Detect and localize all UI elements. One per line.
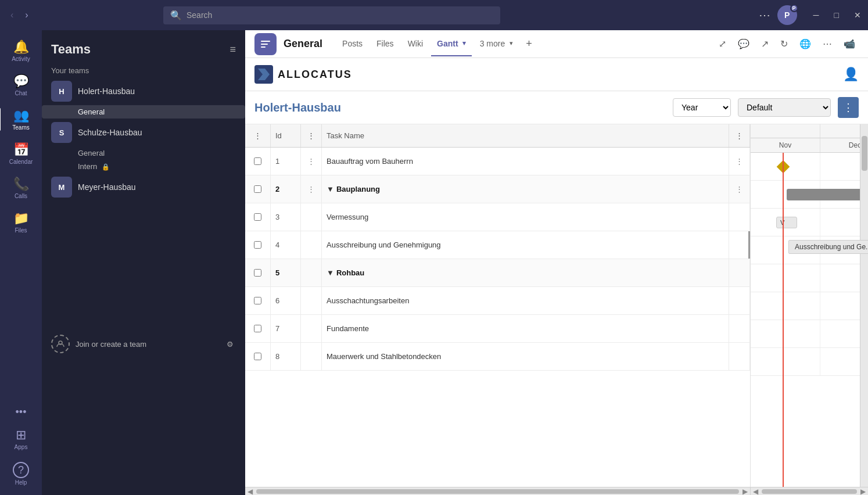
row3-id: 3 xyxy=(271,203,301,231)
user-avatar[interactable]: P P xyxy=(777,5,797,25)
tab-gantt[interactable]: Gantt ▾ xyxy=(431,32,472,56)
gantt-row-1: 1 ⋮ Bauauftrag vom Bauherrn ⋮ xyxy=(245,148,750,175)
sidebar-item-teams[interactable]: 👥 Teams xyxy=(2,103,40,135)
search-bar[interactable]: 🔍 xyxy=(163,6,500,24)
forward-button[interactable]: › xyxy=(21,8,31,23)
team-item-meyer[interactable]: M Meyer-Hausbau ••• xyxy=(42,173,245,201)
default-select[interactable]: Default xyxy=(738,98,831,117)
minimize-button[interactable]: ─ xyxy=(806,7,826,23)
join-team-label: Join or create a team xyxy=(76,340,146,349)
row1-dots2[interactable]: ⋮ xyxy=(729,148,750,175)
teams-panel-title: Teams xyxy=(51,42,91,57)
right-scroll-thumb[interactable] xyxy=(762,489,857,494)
channel-schulze-intern[interactable]: Intern 🔒 xyxy=(42,160,245,173)
timeline-row-1 xyxy=(751,153,868,181)
col-dots: ⋮ xyxy=(301,124,322,147)
row8-check[interactable] xyxy=(245,343,271,370)
col-task: Task Name xyxy=(322,124,729,147)
tooltip-ausschreibung: Ausschreibung und Ge... xyxy=(788,240,868,254)
row4-check[interactable] xyxy=(245,231,271,259)
chat-action-icon[interactable]: 💬 xyxy=(734,35,753,53)
row2-check[interactable] xyxy=(245,175,271,203)
vertical-scrollbar[interactable] xyxy=(860,124,868,487)
sidebar-more-button[interactable]: ••• xyxy=(11,401,31,423)
add-tab-button[interactable]: + xyxy=(521,34,537,53)
channel-schulze-general[interactable]: General xyxy=(42,146,245,160)
tab-wiki[interactable]: Wiki xyxy=(402,32,429,56)
row6-check[interactable] xyxy=(245,287,271,314)
sidebar-item-calls[interactable]: 📞 Calls xyxy=(2,172,40,204)
right-hscroll[interactable]: ◀ ▶ xyxy=(751,487,868,495)
settings-button[interactable]: ⚙ xyxy=(224,338,236,351)
web-icon[interactable]: 🌐 xyxy=(796,35,815,53)
calls-icon: 📞 xyxy=(13,177,29,192)
col-check: ⋮ xyxy=(245,124,271,147)
scroll-right-arrow-r[interactable]: ▶ xyxy=(860,487,866,496)
gantt-menu-button[interactable]: ⋮ xyxy=(838,97,859,118)
lock-icon: 🔒 xyxy=(102,163,110,170)
sidebar-item-files[interactable]: 📁 Files xyxy=(2,206,40,238)
team-name-holert: Holert-Hausbau xyxy=(78,87,219,96)
gantt-row-6: 6 Ausschachtungsarbeiten xyxy=(245,287,750,315)
tab-posts[interactable]: Posts xyxy=(336,32,368,56)
sidebar-calls-label: Calls xyxy=(15,193,27,199)
group-arrow-2[interactable]: ▼ xyxy=(327,185,334,193)
row3-dots[interactable] xyxy=(301,203,322,231)
gantt-row-5: 5 ▼ Rohbau xyxy=(245,259,750,287)
sidebar-item-calendar[interactable]: 📅 Calendar xyxy=(2,138,40,170)
row1-dots[interactable]: ⋮ xyxy=(301,148,322,175)
join-team-button[interactable]: Join or create a team ⚙ xyxy=(42,329,245,359)
video-icon[interactable]: 📹 xyxy=(840,35,859,53)
popout-icon[interactable]: ↗ xyxy=(758,35,772,53)
row2-dots2[interactable]: ⋮ xyxy=(729,175,750,203)
scroll-right-arrow[interactable]: ▶ xyxy=(743,487,748,496)
row5-check[interactable] xyxy=(245,259,271,286)
row7-check[interactable] xyxy=(245,315,271,342)
refresh-icon[interactable]: ↻ xyxy=(777,35,791,53)
channel-holert-general[interactable]: General xyxy=(42,105,245,119)
search-input[interactable] xyxy=(186,10,493,20)
close-button[interactable]: ✕ xyxy=(847,7,868,23)
channel-name: General xyxy=(284,38,322,50)
more-options-button[interactable]: ⋯ xyxy=(759,8,770,22)
row6-dots2 xyxy=(729,287,750,314)
teams-menu-icon[interactable]: ≡ xyxy=(229,44,236,56)
team-item-schulze[interactable]: S Schulze-Hausbau ••• xyxy=(42,119,245,146)
sidebar-apps-label: Apps xyxy=(15,444,28,450)
timeline-row-5 xyxy=(751,264,868,292)
row2-dots[interactable]: ⋮ xyxy=(301,175,322,203)
row5-id: 5 xyxy=(271,259,301,286)
row3-check[interactable] xyxy=(245,203,271,231)
sidebar-item-help[interactable]: ? Help xyxy=(2,457,40,490)
three-dots-header-left[interactable]: ⋮ xyxy=(254,131,261,140)
team-item-holert[interactable]: H Holert-Hausbau ••• xyxy=(42,77,245,105)
user-profile-icon[interactable]: 👤 xyxy=(843,67,859,82)
bar-vermessung[interactable]: V xyxy=(776,217,797,228)
tab-files[interactable]: Files xyxy=(371,32,400,56)
gantt-row-8: 8 Mauerwerk und Stahlbetondecken xyxy=(245,343,750,371)
row5-dots xyxy=(301,259,322,286)
sidebar-item-activity[interactable]: 🔔 Activity xyxy=(2,35,40,67)
more-actions-icon[interactable]: ⋯ xyxy=(819,35,835,53)
back-button[interactable]: ‹ xyxy=(7,8,17,23)
sidebar-item-chat[interactable]: 💬 Chat xyxy=(2,69,40,101)
expand-icon[interactable]: ⤢ xyxy=(715,35,730,53)
group-arrow-5[interactable]: ▼ xyxy=(327,268,334,277)
row1-check[interactable] xyxy=(245,148,271,175)
v-scroll-thumb[interactable] xyxy=(862,136,867,171)
gantt-task-list: ⋮ Id ⋮ Task Name ⋮ 1 ⋮ Bauauftrag vom Ba… xyxy=(245,124,751,487)
sidebar-item-apps[interactable]: ⊞ Apps xyxy=(2,423,40,455)
left-hscroll[interactable]: ◀ ▶ xyxy=(245,487,751,495)
scroll-left-arrow-r[interactable]: ◀ xyxy=(753,487,758,496)
row6-dots xyxy=(301,287,322,314)
row8-dots2 xyxy=(729,343,750,370)
chat-icon: 💬 xyxy=(13,74,29,89)
bar-bauplanung[interactable] xyxy=(787,189,868,200)
scroll-left-arrow[interactable]: ◀ xyxy=(248,487,253,496)
sidebar-chat-label: Chat xyxy=(15,90,27,96)
maximize-button[interactable]: □ xyxy=(827,7,846,23)
search-icon: 🔍 xyxy=(170,10,182,21)
year-select[interactable]: Year xyxy=(673,98,731,117)
left-scroll-thumb[interactable] xyxy=(256,489,739,494)
tab-more[interactable]: 3 more ▾ xyxy=(474,32,519,56)
